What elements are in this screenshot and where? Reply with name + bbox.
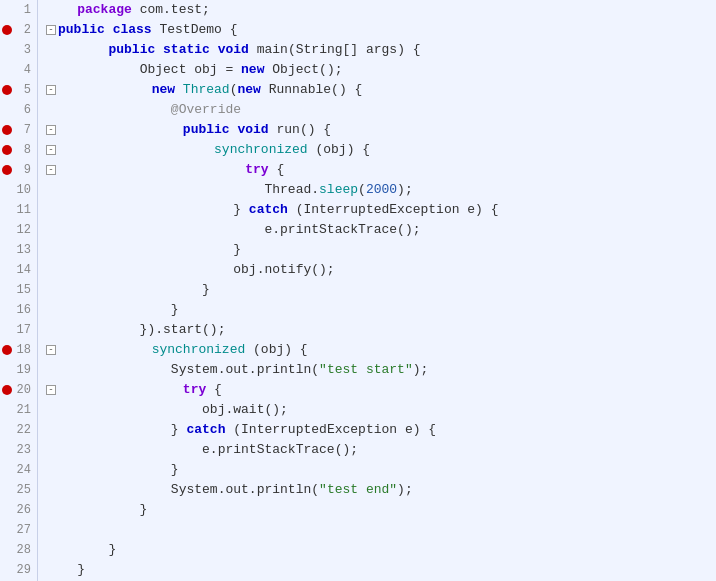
code-editor: 1 2 3 4 5 6 7 8 9 10 11 12 13 1 bbox=[0, 0, 716, 581]
line27-text bbox=[46, 520, 54, 540]
line-num-2: 2 bbox=[0, 20, 37, 40]
code-line-7: - public void run() { bbox=[46, 120, 716, 140]
line-num-20: 20 bbox=[0, 380, 37, 400]
code-line-27 bbox=[46, 520, 716, 540]
line-num-1: 1 bbox=[0, 0, 37, 20]
code-line-15: } bbox=[46, 280, 716, 300]
line1-text: package com.test; bbox=[46, 0, 210, 20]
line-num-26: 26 bbox=[0, 500, 37, 520]
line14-text: obj.notify(); bbox=[46, 260, 335, 280]
line17-text: }).start(); bbox=[46, 320, 225, 340]
line4-text: Object obj = new Object(); bbox=[46, 60, 343, 80]
line-num-18: 18 bbox=[0, 340, 37, 360]
expand-icon-2[interactable]: - bbox=[46, 25, 56, 35]
code-line-28: } bbox=[46, 540, 716, 560]
code-line-16: } bbox=[46, 300, 716, 320]
line19-text: System.out.println("test start"); bbox=[46, 360, 428, 380]
line26-text: } bbox=[46, 500, 147, 520]
code-line-22: } catch (InterruptedException e) { bbox=[46, 420, 716, 440]
expand-icon-5[interactable]: - bbox=[46, 85, 56, 95]
code-line-1: package com.test; bbox=[46, 0, 716, 20]
line25-text: System.out.println("test end"); bbox=[46, 480, 413, 500]
line24-text: } bbox=[46, 460, 179, 480]
line-num-27: 27 bbox=[0, 520, 37, 540]
line15-text: } bbox=[46, 280, 210, 300]
code-lines: package com.test; -public class TestDemo… bbox=[38, 0, 716, 581]
line-num-19: 19 bbox=[0, 360, 37, 380]
line8-text: synchronized (obj) { bbox=[58, 140, 370, 160]
line-num-21: 21 bbox=[0, 400, 37, 420]
line-num-16: 16 bbox=[0, 300, 37, 320]
code-line-18: - synchronized (obj) { bbox=[46, 340, 716, 360]
line9-text: try { bbox=[58, 160, 284, 180]
code-line-29: } bbox=[46, 560, 716, 580]
line-num-6: 6 bbox=[0, 100, 37, 120]
line-num-11: 11 bbox=[0, 200, 37, 220]
expand-icon-20[interactable]: - bbox=[46, 385, 56, 395]
code-line-4: Object obj = new Object(); bbox=[46, 60, 716, 80]
line-num-29: 29 bbox=[0, 560, 37, 580]
code-line-10: Thread.sleep(2000); bbox=[46, 180, 716, 200]
code-line-17: }).start(); bbox=[46, 320, 716, 340]
code-line-25: System.out.println("test end"); bbox=[46, 480, 716, 500]
code-line-6: @Override bbox=[46, 100, 716, 120]
line20-text: try { bbox=[58, 380, 222, 400]
code-body: 1 2 3 4 5 6 7 8 9 10 11 12 13 1 bbox=[0, 0, 716, 581]
line16-text: } bbox=[46, 300, 179, 320]
line-num-15: 15 bbox=[0, 280, 37, 300]
line-num-3: 3 bbox=[0, 40, 37, 60]
line-num-13: 13 bbox=[0, 240, 37, 260]
line21-text: obj.wait(); bbox=[46, 400, 288, 420]
line12-text: e.printStackTrace(); bbox=[46, 220, 420, 240]
line-num-5: 5 bbox=[0, 80, 37, 100]
line-num-10: 10 bbox=[0, 180, 37, 200]
line10-text: Thread.sleep(2000); bbox=[46, 180, 413, 200]
line6-text: @Override bbox=[46, 100, 241, 120]
expand-icon-9[interactable]: - bbox=[46, 165, 56, 175]
line-num-8: 8 bbox=[0, 140, 37, 160]
line-num-9: 9 bbox=[0, 160, 37, 180]
code-line-26: } bbox=[46, 500, 716, 520]
line-num-12: 12 bbox=[0, 220, 37, 240]
line-num-14: 14 bbox=[0, 260, 37, 280]
line5-text: new Thread(new Runnable() { bbox=[58, 80, 362, 100]
code-line-24: } bbox=[46, 460, 716, 480]
line-num-28: 28 bbox=[0, 540, 37, 560]
code-line-9: - try { bbox=[46, 160, 716, 180]
line13-text: } bbox=[46, 240, 241, 260]
code-line-19: System.out.println("test start"); bbox=[46, 360, 716, 380]
code-line-20: - try { bbox=[46, 380, 716, 400]
code-line-3: public static void main(String[] args) { bbox=[46, 40, 716, 60]
line-num-24: 24 bbox=[0, 460, 37, 480]
line7-text: public void run() { bbox=[58, 120, 331, 140]
line-num-7: 7 bbox=[0, 120, 37, 140]
line2-text: public class TestDemo { bbox=[58, 20, 237, 40]
line3-text: public static void main(String[] args) { bbox=[46, 40, 421, 60]
code-line-13: } bbox=[46, 240, 716, 260]
line11-text: } catch (InterruptedException e) { bbox=[46, 200, 499, 220]
code-line-21: obj.wait(); bbox=[46, 400, 716, 420]
code-line-8: - synchronized (obj) { bbox=[46, 140, 716, 160]
line-numbers: 1 2 3 4 5 6 7 8 9 10 11 12 13 1 bbox=[0, 0, 38, 581]
line-num-4: 4 bbox=[0, 60, 37, 80]
line29-text: } bbox=[46, 560, 85, 580]
code-line-11: } catch (InterruptedException e) { bbox=[46, 200, 716, 220]
line23-text: e.printStackTrace(); bbox=[46, 440, 358, 460]
line22-text: } catch (InterruptedException e) { bbox=[46, 420, 436, 440]
expand-icon-18[interactable]: - bbox=[46, 345, 56, 355]
expand-icon-8[interactable]: - bbox=[46, 145, 56, 155]
code-line-14: obj.notify(); bbox=[46, 260, 716, 280]
code-line-12: e.printStackTrace(); bbox=[46, 220, 716, 240]
line28-text: } bbox=[46, 540, 116, 560]
line-num-25: 25 bbox=[0, 480, 37, 500]
line-num-23: 23 bbox=[0, 440, 37, 460]
line18-text: synchronized (obj) { bbox=[58, 340, 308, 360]
line-num-17: 17 bbox=[0, 320, 37, 340]
expand-icon-7[interactable]: - bbox=[46, 125, 56, 135]
code-line-23: e.printStackTrace(); bbox=[46, 440, 716, 460]
code-line-2: -public class TestDemo { bbox=[46, 20, 716, 40]
line-num-22: 22 bbox=[0, 420, 37, 440]
code-line-5: - new Thread(new Runnable() { bbox=[46, 80, 716, 100]
